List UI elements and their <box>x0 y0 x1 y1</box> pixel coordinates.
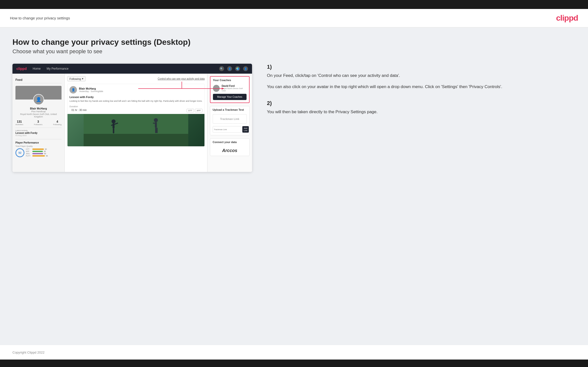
connect-section: Connect your data Arccos <box>210 138 250 156</box>
quality-bars: OTT 90 APP 85 <box>26 148 62 157</box>
qbar-arg: ARG 86 <box>26 153 62 155</box>
app-nav-right: 🔍 👤 🌏 👤 <box>219 66 248 71</box>
svg-rect-10 <box>156 128 158 133</box>
stat-following: 4 Following <box>53 120 62 126</box>
profile-stats: 131 Activities 3 Followers 4 Following <box>15 120 62 126</box>
coaches-title: Your Coaches <box>210 77 249 84</box>
svg-rect-8 <box>153 123 156 124</box>
content-layout: clippd Home My Performance 🔍 👤 🌏 👤 Feed <box>12 64 576 172</box>
qbar-ott-fill <box>32 149 44 150</box>
quality-score: 92 <box>15 148 24 157</box>
app-feed: Following ▾ Control who can see your act… <box>65 74 207 172</box>
app-sidebar: Feed 👤 Blair McHarg Plus Handicap Royal … <box>12 74 65 172</box>
user-icon[interactable]: 👤 <box>227 66 232 71</box>
top-bar <box>0 0 588 9</box>
duration-value: 01 hr : 30 min <box>69 109 87 112</box>
feed-tab: Feed <box>15 77 62 83</box>
app-right-panel: Your Coaches David Ford Royal North Devo… <box>207 74 252 172</box>
activity-title: Lesson with Fordy <box>67 96 204 100</box>
add-link-button[interactable]: Add Link <box>242 126 249 133</box>
bottom-bar <box>0 360 588 367</box>
app-nav-performance: My Performance <box>47 67 68 70</box>
activity-user-name: Blair McHarg <box>79 87 103 90</box>
activity-user-info: Blair McHarg Yesterday · Sunningdale <box>79 87 103 93</box>
qbar-putt-label: PUTT <box>26 155 31 157</box>
coach-row: David Ford Royal North Devon Golf Club <box>210 84 249 94</box>
qbar-app-label: APP <box>26 151 31 152</box>
tag-ott: OTT <box>187 109 194 112</box>
golf-image-svg <box>67 114 204 146</box>
site-footer: Copyright Clippd 2022 <box>0 345 588 360</box>
search-icon[interactable]: 🔍 <box>219 66 224 71</box>
player-performance: Player Performance Total Player Quality … <box>15 139 62 157</box>
player-performance-title: Player Performance <box>15 141 62 144</box>
qbar-ott: OTT 90 <box>26 148 62 150</box>
step1-number: 1) <box>267 64 571 70</box>
qbar-putt: PUTT 96 <box>26 155 62 157</box>
profile-subtitle: Plus Handicap <box>15 110 62 113</box>
coach-avatar <box>213 85 220 92</box>
activity-image <box>67 114 204 146</box>
quality-label: Total Player Quality <box>15 145 62 147</box>
coach-name: David Ford <box>222 85 247 87</box>
svg-rect-1 <box>84 134 188 146</box>
step1-text-extra: You can also click on your avatar in the… <box>267 83 571 90</box>
app-mockup: clippd Home My Performance 🔍 👤 🌏 👤 Feed <box>12 64 252 172</box>
coaches-section: Your Coaches David Ford Royal North Devo… <box>210 76 250 103</box>
coach-info: David Ford Royal North Devon Golf Club <box>222 85 247 92</box>
stat-following-value: 4 <box>53 120 62 123</box>
app-body: Feed 👤 Blair McHarg Plus Handicap Royal … <box>12 74 252 172</box>
activity-tags: 01 hr : 30 min OTT APP <box>67 109 204 114</box>
qbar-app-fill <box>32 151 43 152</box>
svg-rect-9 <box>155 128 156 133</box>
trackman-input[interactable] <box>213 126 241 133</box>
stat-activities: 131 Activities <box>15 120 23 126</box>
tag-app: APP <box>195 109 202 112</box>
trackman-placeholder: Trackman Link <box>213 114 247 124</box>
connect-title: Connect your data <box>210 139 249 146</box>
following-bar: Following ▾ Control who can see your act… <box>67 76 205 81</box>
profile-avatar-wrap: 👤 <box>33 94 44 105</box>
trackman-section: Upload a Trackman Test Trackman Link Add… <box>210 106 250 135</box>
activity-description: Looking to feel like my hands are exitin… <box>67 100 204 104</box>
latest-value: Lesson with Fordy <box>15 132 62 134</box>
control-privacy-link[interactable]: Control who can see your activity and da… <box>158 77 204 80</box>
main-content: How to change your privacy settings (Des… <box>0 28 588 345</box>
profile-name: Blair McHarg <box>15 107 62 110</box>
hero-title: How to change your privacy settings (Des… <box>12 38 576 47</box>
manage-coaches-button[interactable]: Manage Your Coaches <box>213 94 247 100</box>
page-breadcrumb: How to change your privacy settings <box>10 16 70 20</box>
qbar-arg-val: 86 <box>44 153 46 155</box>
instruction-step2: 2) You will then be taken directly to th… <box>267 100 571 115</box>
profile-club: Royal North Devon Golf Club, United King… <box>15 113 62 118</box>
trackman-input-row: Add Link <box>210 125 249 135</box>
coach-club: Royal North Devon Golf Club <box>222 87 247 92</box>
app-mockup-container: clippd Home My Performance 🔍 👤 🌏 👤 Feed <box>12 64 252 172</box>
hero-subtitle: Choose what you want people to see <box>12 48 576 55</box>
instruction-step1: 1) On your Feed, click/tap on 'Control w… <box>267 64 571 90</box>
stat-followers-value: 3 <box>34 120 42 123</box>
qbar-ott-label: OTT <box>26 148 31 150</box>
stat-followers-label: Followers <box>34 123 42 126</box>
site-header: How to change your privacy settings clip… <box>0 9 588 28</box>
app-logo: clippd <box>16 67 27 71</box>
activity-avatar: 👤 <box>69 86 77 94</box>
svg-rect-5 <box>113 128 114 133</box>
qbar-putt-fill <box>32 155 45 157</box>
qbar-app: APP 85 <box>26 151 62 152</box>
following-button[interactable]: Following ▾ <box>67 76 86 81</box>
qbar-arg-fill <box>32 153 43 154</box>
activity-card: 👤 Blair McHarg Yesterday · Sunningdale L… <box>67 84 205 147</box>
footer-copyright: Copyright Clippd 2022 <box>12 351 45 354</box>
latest-activity: Latest Activity Lesson with Fordy 03 Aug… <box>15 128 62 137</box>
activity-header: 👤 Blair McHarg Yesterday · Sunningdale <box>67 84 204 96</box>
qbar-ott-val: 90 <box>45 148 47 150</box>
avatar-icon[interactable]: 👤 <box>243 66 248 71</box>
duration-label: Duration <box>69 105 78 108</box>
qbar-app-val: 85 <box>44 151 46 152</box>
qbar-putt-val: 96 <box>46 155 48 157</box>
profile-banner: 👤 <box>15 86 62 100</box>
svg-point-6 <box>154 118 158 122</box>
globe-icon[interactable]: 🌏 <box>235 66 240 71</box>
app-navbar: clippd Home My Performance 🔍 👤 🌏 👤 <box>12 64 252 74</box>
